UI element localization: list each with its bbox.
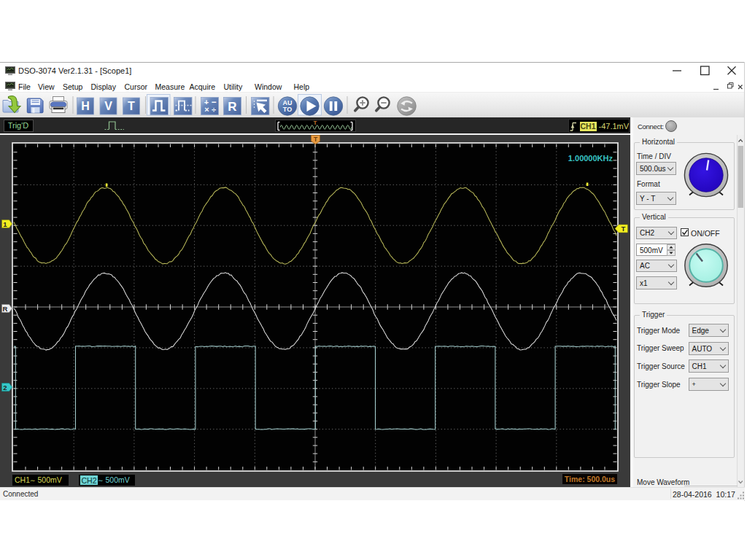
svg-text:1: 1 — [3, 220, 7, 228]
svg-text:×: × — [204, 105, 209, 114]
svg-text:÷: ÷ — [212, 105, 216, 114]
svg-text:TO: TO — [283, 106, 292, 113]
svg-text:T: T — [128, 100, 135, 112]
svg-text:T: T — [622, 225, 626, 233]
svg-text:R: R — [3, 305, 8, 313]
svg-text:T: T — [314, 120, 317, 126]
svg-text:V: V — [104, 100, 112, 112]
svg-text:2: 2 — [3, 384, 7, 392]
svg-text:R: R — [228, 100, 236, 114]
svg-text:T: T — [314, 136, 318, 143]
svg-text:H: H — [81, 100, 90, 112]
